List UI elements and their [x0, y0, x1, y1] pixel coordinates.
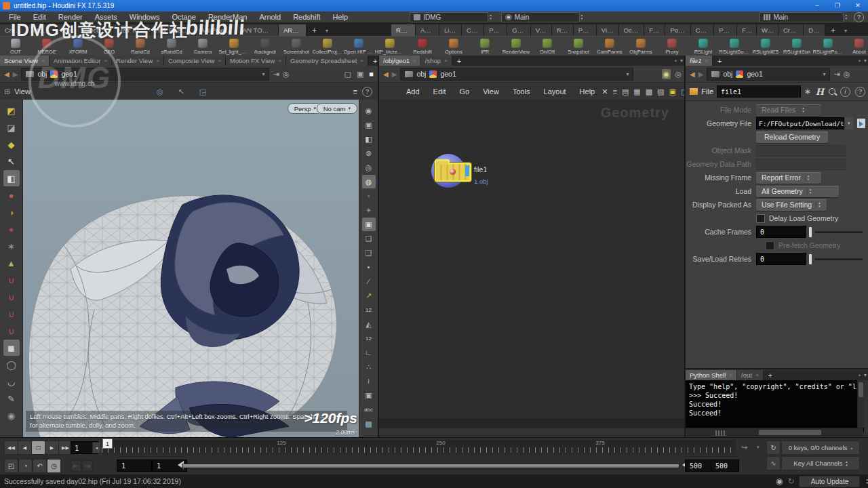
viewbar-tool-icon[interactable]: ◲ — [199, 87, 206, 96]
vt-icon[interactable]: ◑ — [3, 204, 20, 220]
audio-options-button[interactable]: ◔ — [18, 459, 33, 473]
tab-render-view[interactable]: Render View× — [112, 56, 164, 66]
breadcrumb-obj[interactable]: obj — [37, 70, 47, 78]
maximize-button[interactable]: ❐ — [827, 0, 848, 12]
shelf-tab-oceans[interactable]: Oceans — [619, 24, 645, 36]
shelf-tab-driv[interactable]: Driv... — [804, 24, 825, 36]
network-menu-add[interactable]: Add — [399, 87, 427, 96]
shelf-tool-xform[interactable]: XFORM — [62, 37, 94, 56]
shelf-tool-camera[interactable]: Camera — [187, 37, 218, 56]
vt-icon[interactable]: ∗ — [3, 238, 20, 254]
network-toolbar-icon[interactable]: ≡ — [612, 87, 616, 96]
breadcrumb-caret-icon[interactable]: ▾ — [262, 71, 264, 77]
shelf-tool-collectproject[interactable]: CollectProject — [312, 37, 343, 56]
new-pane-tab-button[interactable]: + — [764, 370, 777, 380]
play-reverse-button[interactable]: ◀ — [18, 441, 32, 455]
shelf-tool-rslightportal[interactable]: RSLightPortal — [812, 37, 844, 56]
shelf-tab-menu-icon[interactable]: ▾ — [322, 26, 332, 36]
vt-icon[interactable]: ◯ — [3, 357, 20, 373]
key-caret-icon[interactable]: ▾ — [757, 445, 760, 450]
shelf-tool-proxy[interactable]: Proxy — [656, 37, 688, 56]
rt-icon[interactable]: ▣ — [362, 388, 376, 402]
field-geometry-data-path[interactable] — [756, 159, 846, 170]
network-toolbar-icon[interactable]: ▣ — [669, 87, 676, 96]
python-console[interactable]: Type "help", "copyright", "credits" or "… — [686, 380, 864, 432]
slider-handle[interactable] — [809, 254, 812, 264]
shelf-tool-redshift[interactable]: Redshift — [407, 37, 438, 56]
pane-split-icon[interactable]: ▪ — [859, 58, 861, 64]
vt-icon[interactable]: ∪ — [3, 306, 20, 322]
rt-icon[interactable]: • — [362, 260, 376, 274]
key-icon[interactable]: ↪ — [741, 443, 747, 452]
close-tab-icon[interactable]: × — [729, 372, 732, 378]
tab-composite-view[interactable]: Composite View× — [164, 56, 226, 66]
node-name-field[interactable]: file1 — [717, 85, 801, 98]
file-path-field[interactable]: F:/FFOutput/Download/t — [756, 117, 844, 129]
network-menu-go[interactable]: Go — [453, 87, 477, 96]
menu-help[interactable]: Help — [327, 12, 355, 22]
shelf-tab-visc[interactable]: Visc... — [597, 24, 619, 36]
new-shelf-tab-button-2[interactable]: + — [825, 25, 841, 36]
gear-icon[interactable]: ∗ — [804, 87, 811, 96]
frame-step-back-button[interactable]: ◂ — [92, 442, 101, 453]
rt-icon[interactable]: ↗ — [362, 289, 376, 302]
viewbar-tool-icon[interactable]: ↖ — [178, 87, 184, 96]
file-caret-icon[interactable]: ▾ — [845, 117, 852, 129]
vt-icon[interactable]: ∪ — [3, 272, 20, 288]
viewbar-tool-icon[interactable]: ◎ — [157, 87, 163, 96]
file-browse-icon[interactable] — [857, 119, 865, 128]
network-menu-tools[interactable]: Tools — [506, 87, 537, 96]
playbar-display-options-button[interactable]: ◰ — [4, 459, 18, 473]
close-button[interactable]: ✕ — [848, 0, 868, 12]
vt-icon[interactable]: ◆ — [3, 136, 20, 152]
breadcrumb-caret-icon[interactable]: ▾ — [626, 71, 629, 77]
python-vscrollbar[interactable] — [857, 380, 864, 428]
menu-edit[interactable]: Edit — [27, 12, 52, 22]
shelf-set-spinner[interactable]: ▴▾ — [845, 14, 847, 20]
rt-icon[interactable]: ◍ — [362, 175, 376, 188]
forward-icon[interactable]: ▶ — [392, 70, 397, 78]
breadcrumb-obj[interactable]: obj — [416, 70, 426, 78]
shelf-set-selector[interactable]: Main — [760, 12, 844, 22]
shelf-tool-camparms[interactable]: CamParms — [594, 37, 625, 56]
shelf-tab-hair-tools[interactable]: Hair Tools — [113, 24, 151, 36]
tab-motion-fx-view[interactable]: Motion FX View× — [226, 56, 286, 66]
key-all-channels-button[interactable]: Key All Channels ▴▾ — [781, 456, 860, 470]
minimize-button[interactable]: – — [807, 0, 827, 12]
realtime-toggle-button[interactable]: ◷ — [47, 459, 61, 473]
network-toolbar-icon[interactable]: ✕ — [601, 87, 608, 96]
shelf-tool-open-hip-folder[interactable]: Open HIP Folder — [343, 37, 374, 56]
scene-path-icon[interactable]: ▣ — [357, 70, 363, 79]
close-tab-icon[interactable]: × — [104, 58, 107, 64]
shelf-tool-snapshot[interactable]: Snapshot — [563, 37, 594, 56]
search-icon[interactable] — [829, 88, 835, 95]
shelf-tab-pyro[interactable]: Pyro... — [714, 24, 737, 36]
range-end-field[interactable]: 500 — [711, 460, 739, 472]
shelf-tool-ipr[interactable]: IPR — [469, 37, 500, 56]
shelf-tab-wires[interactable]: Wires — [757, 24, 778, 36]
rt-icon[interactable]: ◎ — [362, 161, 376, 174]
checkbox-pre-fetch-geometry[interactable] — [766, 241, 774, 250]
rt-icon[interactable]: ▣ — [362, 118, 376, 131]
pane-menu-caret-icon[interactable]: ▾ — [680, 58, 683, 64]
new-shelf-tab-button[interactable]: + — [307, 25, 322, 36]
pane-menu-caret-icon[interactable]: ▾ — [864, 58, 867, 64]
new-pane-tab-button[interactable]: + — [713, 56, 726, 66]
back-icon[interactable]: ◀ — [690, 70, 695, 78]
menu-file[interactable]: File — [3, 12, 27, 22]
menu-octane[interactable]: Octane — [165, 12, 201, 22]
shelf-tab-an-l[interactable]: AN L... — [416, 24, 439, 36]
vt-icon[interactable]: ∪ — [3, 289, 20, 305]
shelf-tab-create[interactable]: Create — [0, 24, 28, 36]
vt-icon[interactable]: ✎ — [3, 390, 20, 407]
rt-icon[interactable]: ◭ — [362, 317, 376, 331]
shelf-tool-randcd[interactable]: RandCd — [125, 37, 156, 56]
rt-icon[interactable]: ❏ — [362, 232, 376, 245]
menu-windows[interactable]: Windows — [123, 12, 166, 22]
shelf-tab-grains[interactable]: Grains — [507, 24, 530, 36]
network-canvas[interactable]: Geometry file1 1.obj — [379, 100, 686, 428]
rt-icon[interactable]: ⌖ — [362, 203, 376, 217]
viewport-help-icon[interactable]: ? — [362, 87, 372, 97]
shelf-tab-fem[interactable]: FEM — [737, 24, 757, 36]
shelf-tool-out[interactable]: OUT — [0, 37, 31, 56]
